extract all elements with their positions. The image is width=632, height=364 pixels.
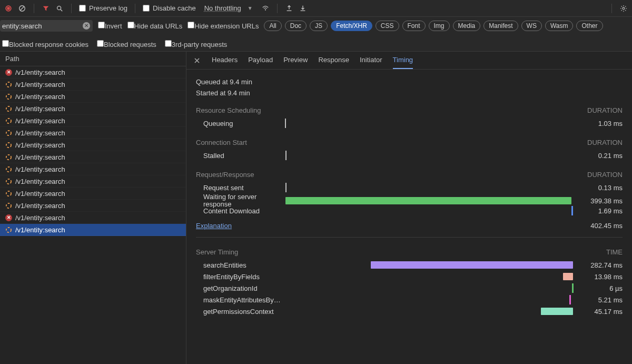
explanation-link[interactable]: Explanation <box>196 222 232 230</box>
request-path: /v1/entity:search <box>15 178 65 185</box>
divider <box>196 237 623 238</box>
time-header: TIME <box>606 248 623 256</box>
request-row[interactable]: /v1/entity:search <box>0 127 186 139</box>
timing-bar <box>285 151 287 160</box>
timing-bar <box>285 119 286 128</box>
request-row[interactable]: /v1/entity:search <box>0 163 186 175</box>
type-pill-manifest[interactable]: Manifest <box>483 21 518 31</box>
filter-input[interactable] <box>0 20 93 32</box>
type-pill-media[interactable]: Media <box>453 21 481 31</box>
type-pill-all[interactable]: All <box>264 21 281 31</box>
server-timing-label: getOrganizationId <box>196 284 280 292</box>
svg-point-14 <box>6 154 11 159</box>
clear-icon[interactable] <box>18 4 26 13</box>
preserve-log-checkbox[interactable]: Preserve log <box>79 4 127 12</box>
content: Path ✕/v1/entity:search/v1/entity:search… <box>0 52 632 364</box>
download-icon[interactable] <box>299 4 307 13</box>
type-pill-img[interactable]: Img <box>429 21 450 31</box>
separator <box>135 4 135 13</box>
started-at: Started at 9.4 min <box>196 89 623 97</box>
request-row[interactable]: /v1/entity:search <box>0 91 186 103</box>
request-path: /v1/entity:search <box>15 226 65 234</box>
wifi-icon[interactable] <box>261 4 270 13</box>
pending-icon <box>5 154 12 161</box>
3rd-party-checkbox[interactable]: 3rd-party requests <box>165 40 228 48</box>
server-timing-row: filterEntityByFields13.98 ms <box>196 271 623 282</box>
request-row[interactable]: /v1/entity:search <box>0 103 186 115</box>
svg-line-5 <box>61 9 63 11</box>
request-path: /v1/entity:search <box>15 68 65 76</box>
clear-filter-icon[interactable]: ✕ <box>83 22 90 29</box>
detail-tabs: HeadersPayloadPreviewResponseInitiatorTi… <box>186 52 632 70</box>
svg-point-9 <box>6 94 11 99</box>
server-timing-label: maskEntityAttributesBy… <box>196 296 280 304</box>
gear-icon[interactable] <box>619 4 628 13</box>
blocked-requests-checkbox[interactable]: Blocked requests <box>97 40 156 48</box>
request-row[interactable]: ✕/v1/entity:search <box>0 66 186 78</box>
pending-icon <box>5 202 12 209</box>
type-pill-fetch-xhr[interactable]: Fetch/XHR <box>331 21 372 31</box>
record-icon[interactable] <box>4 4 13 13</box>
timing-total: 402.45 ms <box>590 222 623 230</box>
timing-value: 1.03 ms <box>577 120 623 127</box>
type-pill-doc[interactable]: Doc <box>285 21 307 31</box>
request-row[interactable]: /v1/entity:search <box>0 224 186 236</box>
throttling-select[interactable]: No throttling ▼ <box>201 3 256 13</box>
blocked-cookies-checkbox[interactable]: Blocked response cookies <box>2 40 88 48</box>
request-list-body: ✕/v1/entity:search/v1/entity:search/v1/e… <box>0 66 186 236</box>
search-icon[interactable] <box>55 4 64 13</box>
invert-checkbox[interactable]: Invert <box>98 22 122 30</box>
section-server-timing: Server Timing <box>196 248 238 256</box>
request-row[interactable]: /v1/entity:search <box>0 139 186 151</box>
type-pill-other[interactable]: Other <box>576 21 603 31</box>
type-pill-css[interactable]: CSS <box>376 21 399 31</box>
svg-point-8 <box>6 82 11 86</box>
pending-icon <box>5 81 12 88</box>
error-icon: ✕ <box>5 214 12 221</box>
section-request-response: Request/Response <box>196 171 254 179</box>
request-row[interactable]: ✕/v1/entity:search <box>0 212 186 224</box>
timing-bar <box>571 206 573 215</box>
preserve-log-label: Preserve log <box>89 4 127 12</box>
disable-cache-checkbox[interactable]: Disable cache <box>143 4 196 12</box>
request-path: /v1/entity:search <box>15 117 65 125</box>
hide-data-urls-checkbox[interactable]: Hide data URLs <box>127 22 183 30</box>
request-row[interactable]: /v1/entity:search <box>0 78 186 91</box>
filter-icon[interactable] <box>42 4 50 13</box>
request-row[interactable]: /v1/entity:search <box>0 200 186 212</box>
hide-extension-urls-checkbox[interactable]: Hide extension URLs <box>187 22 259 30</box>
server-timing-row: getOrganizationId6 µs <box>196 282 623 294</box>
tab-payload[interactable]: Payload <box>248 52 273 69</box>
type-pill-wasm[interactable]: Wasm <box>545 21 574 31</box>
disable-cache-label: Disable cache <box>153 4 196 12</box>
tab-timing[interactable]: Timing <box>393 52 413 69</box>
hide-data-urls-label: Hide data URLs <box>134 22 183 30</box>
tab-preview[interactable]: Preview <box>283 52 308 69</box>
type-pill-ws[interactable]: WS <box>521 21 542 31</box>
close-icon[interactable] <box>194 57 201 64</box>
tab-initiator[interactable]: Initiator <box>360 52 382 69</box>
server-timing-bar <box>572 283 574 293</box>
tab-response[interactable]: Response <box>318 52 349 69</box>
server-timing-value: 13.98 ms <box>577 273 623 281</box>
server-timing-value: 282.74 ms <box>577 261 623 269</box>
request-path: /v1/entity:search <box>15 93 65 101</box>
type-pill-font[interactable]: Font <box>402 21 426 31</box>
server-timing-bar <box>541 308 573 315</box>
section-connection-start: Connection Start <box>196 139 247 146</box>
duration-header: DURATION <box>587 106 623 114</box>
tab-headers[interactable]: Headers <box>212 52 238 69</box>
section-resource-scheduling: Resource Scheduling <box>196 106 261 114</box>
request-row[interactable]: /v1/entity:search <box>0 151 186 163</box>
timing-value: 1.69 ms <box>577 207 623 215</box>
upload-icon[interactable] <box>285 4 293 13</box>
type-pill-js[interactable]: JS <box>310 21 328 31</box>
request-path: /v1/entity:search <box>15 214 65 222</box>
request-row[interactable]: /v1/entity:search <box>0 175 186 188</box>
request-row[interactable]: /v1/entity:search <box>0 188 186 200</box>
detail-panel: HeadersPayloadPreviewResponseInitiatorTi… <box>186 52 632 364</box>
request-row[interactable]: /v1/entity:search <box>0 115 186 127</box>
svg-point-7 <box>623 7 625 9</box>
server-timing-value: 5.21 ms <box>577 296 623 304</box>
duration-header: DURATION <box>587 139 623 146</box>
